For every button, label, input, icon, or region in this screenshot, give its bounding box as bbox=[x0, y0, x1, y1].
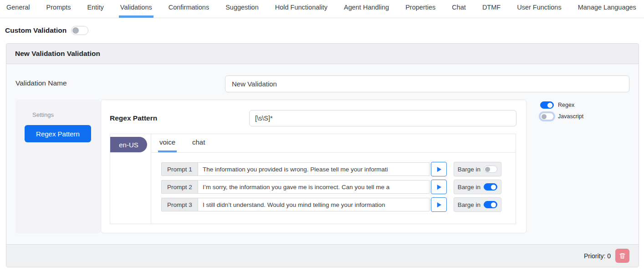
custom-validation-row: Custom Validation bbox=[5, 25, 644, 36]
tab-manage-languages[interactable]: Manage Languages bbox=[577, 0, 638, 18]
play-button[interactable] bbox=[431, 162, 447, 176]
priority-value: Priority: 0 bbox=[584, 252, 611, 260]
panel-footer: Priority: 0 bbox=[6, 244, 639, 267]
tab-bar: General Prompts Entity Validations Confi… bbox=[0, 0, 644, 18]
prompt-text-input[interactable] bbox=[198, 180, 429, 194]
javascript-toggle-label: Javascript bbox=[558, 113, 583, 120]
tab-chat-channel[interactable]: chat bbox=[191, 134, 206, 152]
language-prompts-box: en-US voice chat Prompt 1 bbox=[110, 134, 516, 224]
barge-in-label: Barge in bbox=[458, 184, 480, 191]
tab-dtmf[interactable]: DTMF bbox=[481, 0, 502, 18]
toggle-knob bbox=[547, 103, 552, 108]
language-content: voice chat Prompt 1 Barge in bbox=[151, 134, 516, 224]
tab-voice[interactable]: voice bbox=[158, 134, 177, 152]
play-icon bbox=[435, 201, 442, 208]
prompt-row: Prompt 3 Barge in bbox=[161, 197, 516, 212]
settings-sidebar: Settings Regex Pattern bbox=[15, 100, 100, 233]
javascript-mode-row: Javascript bbox=[540, 113, 583, 120]
prompt-row: Prompt 2 Barge in bbox=[161, 180, 516, 194]
validation-panel: New Validation Validation Validation Nam… bbox=[6, 43, 639, 267]
tab-suggestion[interactable]: Suggestion bbox=[224, 0, 260, 18]
barge-in-toggle[interactable] bbox=[484, 166, 497, 173]
prompt-label: Prompt 1 bbox=[161, 162, 198, 176]
tab-validations[interactable]: Validations bbox=[119, 0, 153, 18]
regex-mode-row: Regex bbox=[540, 101, 583, 109]
toggle-knob bbox=[485, 167, 490, 172]
validation-name-label: Validation Name bbox=[15, 79, 67, 87]
prompt-label: Prompt 3 bbox=[161, 198, 198, 211]
prompt-label: Prompt 2 bbox=[161, 180, 198, 194]
regex-toggle-label: Regex bbox=[558, 102, 574, 108]
play-button[interactable] bbox=[431, 180, 447, 194]
tab-properties[interactable]: Properties bbox=[404, 0, 437, 18]
barge-in-label: Barge in bbox=[458, 201, 480, 208]
regex-pattern-label: Regex Pattern bbox=[110, 114, 157, 122]
prompt-text-input[interactable] bbox=[198, 198, 429, 211]
barge-in-box: Barge in bbox=[454, 197, 501, 212]
tab-user-functions[interactable]: User Functions bbox=[516, 0, 563, 18]
tab-hold-functionality[interactable]: Hold Functionality bbox=[274, 0, 329, 18]
language-column: en-US bbox=[110, 134, 151, 224]
language-tab-en-us[interactable]: en-US bbox=[110, 137, 147, 152]
panel-body: Validation Name Settings Regex Pattern R… bbox=[6, 64, 639, 244]
mode-toggles: Regex Javascript bbox=[540, 101, 583, 120]
play-icon bbox=[435, 184, 442, 191]
sidebar-item-regex-pattern[interactable]: Regex Pattern bbox=[25, 125, 91, 142]
play-button[interactable] bbox=[431, 197, 447, 212]
tab-chat[interactable]: Chat bbox=[450, 0, 467, 18]
toggle-knob bbox=[72, 27, 79, 34]
tab-agent-handling[interactable]: Agent Handling bbox=[342, 0, 390, 18]
regex-pattern-input[interactable] bbox=[249, 110, 516, 126]
custom-validation-toggle[interactable] bbox=[71, 26, 88, 35]
barge-in-toggle[interactable] bbox=[484, 201, 497, 208]
regex-toggle[interactable] bbox=[540, 101, 554, 109]
settings-heading: Settings bbox=[32, 111, 100, 118]
toggle-knob bbox=[491, 185, 496, 190]
tab-entity[interactable]: Entity bbox=[86, 0, 105, 18]
barge-in-label: Barge in bbox=[458, 166, 480, 173]
tab-general[interactable]: General bbox=[5, 0, 31, 18]
barge-in-box: Barge in bbox=[454, 180, 501, 194]
tab-prompts[interactable]: Prompts bbox=[45, 0, 72, 18]
regex-pattern-card: Regex Pattern en-US voice chat Prompt 1 bbox=[101, 100, 526, 233]
panel-title: New Validation Validation bbox=[6, 44, 639, 64]
prompt-list: Prompt 1 Barge in bbox=[151, 153, 516, 212]
custom-validation-label: Custom Validation bbox=[5, 26, 66, 35]
barge-in-toggle[interactable] bbox=[484, 183, 497, 191]
barge-in-box: Barge in bbox=[454, 162, 501, 176]
toggle-knob bbox=[542, 114, 547, 119]
toggle-knob bbox=[491, 202, 496, 207]
prompt-text-input[interactable] bbox=[198, 162, 429, 176]
delete-validation-button[interactable] bbox=[615, 249, 629, 263]
prompt-row: Prompt 1 Barge in bbox=[161, 162, 516, 176]
tab-confirmations[interactable]: Confirmations bbox=[167, 0, 210, 18]
channel-tab-bar: voice chat bbox=[151, 134, 516, 153]
trash-icon bbox=[619, 252, 626, 259]
validation-name-input[interactable] bbox=[225, 75, 629, 92]
play-icon bbox=[435, 166, 442, 173]
javascript-toggle[interactable] bbox=[540, 113, 554, 120]
